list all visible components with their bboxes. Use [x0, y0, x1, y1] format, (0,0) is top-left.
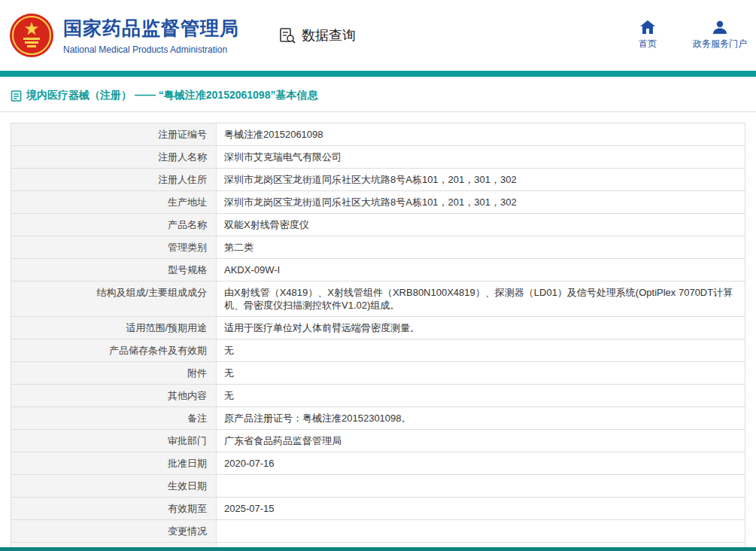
table-row: i 生效日期 — [11, 475, 745, 498]
row-label: 注册人名称 — [158, 151, 207, 163]
table-row: i 产品储存条件及有效期 无 — [11, 339, 745, 362]
table-row: i 产品名称 双能X射线骨密度仪 — [11, 214, 745, 236]
row-value: 深圳市艾克瑞电气有限公司 — [217, 146, 745, 168]
registration-table: i 注册证编号 粤械注准20152061098 i 注册人名称 深圳市艾克瑞电气… — [11, 123, 745, 551]
row-value: 无 — [217, 362, 745, 384]
row-label-cell: i 注册证编号 — [11, 123, 217, 145]
row-label: 结构及组成/主要组成成分 — [96, 286, 207, 299]
row-label: 生产地址 — [168, 196, 207, 209]
row-label: 备注 — [187, 412, 207, 425]
nav-home[interactable]: 首页 — [639, 20, 657, 50]
row-label: 产品储存条件及有效期 — [109, 344, 207, 357]
row-label-cell: i 审批部门 — [11, 430, 217, 452]
table-row: i 其他内容 无 — [11, 385, 745, 407]
row-value: 无 — [217, 385, 745, 406]
nav-portal-label: 政务服务门户 — [693, 38, 747, 50]
row-label: 附件 — [187, 367, 207, 379]
row-value: 粤械注准20152061098 — [217, 123, 745, 145]
table-row: i 有效期至 2025-07-15 — [11, 498, 745, 520]
row-label: 其他内容 — [168, 389, 207, 402]
row-label-cell: i 生产地址 — [11, 191, 217, 213]
row-label-cell: i 生效日期 — [11, 475, 217, 497]
row-label: 生效日期 — [168, 479, 207, 492]
data-query-button[interactable]: 数据查询 — [278, 26, 356, 44]
table-row: i 审批部门 广东省食品药品监督管理局 — [11, 430, 745, 452]
table-row: i 型号规格 AKDX-09W-I — [11, 259, 745, 282]
table-row: i 注册证编号 粤械注准20152061098 — [11, 123, 745, 146]
org-name-cn: 国家药品监督管理局 — [63, 16, 239, 41]
row-label-cell: i 批准日期 — [11, 452, 217, 474]
row-value: 无 — [217, 339, 745, 361]
row-label-cell: i 产品名称 — [11, 214, 217, 236]
row-label-cell: i 型号规格 — [11, 259, 217, 281]
document-icon — [11, 90, 22, 102]
title-row: 境内医疗器械（注册） —— “粤械注准20152061098”基本信息 — [0, 77, 756, 112]
row-value: 由X射线管（X4819）、X射线管组件（XRB80N100X4819）、探测器（… — [217, 282, 745, 316]
row-label-cell: i 注册人名称 — [11, 146, 217, 168]
row-value: 原产品注册证号：粤械注准20152301098。 — [217, 407, 745, 429]
org-name-en: National Medical Products Administration — [63, 44, 239, 55]
row-label: 批准日期 — [168, 457, 207, 470]
table-row: i 批准日期 2020-07-16 — [11, 452, 745, 475]
table-row: i 备注 原产品注册证号：粤械注准20152301098。 — [11, 407, 745, 430]
row-value: 双能X射线骨密度仪 — [217, 214, 745, 236]
table-row: i 适用范围/预期用途 适用于医疗单位对人体前臂远端骨密度测量。 — [11, 317, 745, 339]
row-value: 深圳市龙岗区宝龙街道同乐社区大坑路8号A栋101，201，301，302 — [217, 169, 745, 190]
table-row: i 生产地址 深圳市龙岗区宝龙街道同乐社区大坑路8号A栋101，201，301，… — [11, 191, 745, 214]
table-row: i 结构及组成/主要组成成分 由X射线管（X4819）、X射线管组件（XRB80… — [11, 282, 745, 317]
row-value: 广东省食品药品监督管理局 — [217, 430, 745, 452]
row-label: 注册证编号 — [158, 128, 207, 141]
header-divider-bar — [0, 71, 756, 77]
table-row: i 注册人住所 深圳市龙岗区宝龙街道同乐社区大坑路8号A栋101，201，301… — [11, 169, 745, 191]
table-row: i 管理类别 第二类 — [11, 236, 745, 259]
row-label: 审批部门 — [168, 434, 207, 447]
nav-portal[interactable]: 政务服务门户 — [693, 20, 747, 50]
row-label-cell: i 结构及组成/主要组成成分 — [11, 282, 217, 316]
row-value: 第二类 — [217, 236, 745, 258]
row-label: 型号规格 — [168, 263, 207, 276]
row-label-cell: i 变更情况 — [11, 520, 217, 542]
row-value — [217, 520, 745, 542]
row-label-cell: i 注册人住所 — [11, 169, 217, 190]
row-label: 注册人住所 — [158, 173, 207, 186]
row-value — [217, 475, 745, 497]
table-row: i 注册人名称 深圳市艾克瑞电气有限公司 — [11, 146, 745, 169]
row-label: 产品名称 — [168, 218, 207, 231]
document-magnifier-icon — [278, 26, 296, 44]
nav-home-label: 首页 — [639, 38, 657, 50]
header: 国家药品监督管理局 National Medical Products Admi… — [0, 0, 756, 71]
row-label-cell: i 有效期至 — [11, 498, 217, 519]
row-label-cell: i 其他内容 — [11, 385, 217, 406]
row-label-cell: i 管理类别 — [11, 236, 217, 258]
table-row: i 变更情况 — [11, 520, 745, 543]
row-label: 有效期至 — [168, 502, 207, 515]
page-title: 境内医疗器械（注册） —— “粤械注准20152061098”基本信息 — [26, 89, 317, 102]
row-label-cell: i 备注 — [11, 407, 217, 429]
row-value: 适用于医疗单位对人体前臂远端骨密度测量。 — [217, 317, 745, 339]
brand-block: 国家药品监督管理局 National Medical Products Admi… — [63, 16, 239, 55]
row-label-cell: i 附件 — [11, 362, 217, 384]
data-query-label: 数据查询 — [302, 26, 356, 44]
row-label: 适用范围/预期用途 — [126, 321, 207, 334]
row-label: 管理类别 — [168, 241, 207, 254]
person-icon — [712, 20, 727, 34]
footer-strip — [0, 547, 756, 551]
table-row: i 附件 无 — [11, 362, 745, 385]
row-label-cell: i 产品储存条件及有效期 — [11, 339, 217, 361]
national-emblem-logo[interactable] — [9, 13, 54, 58]
row-value: 2025-07-15 — [217, 498, 745, 519]
row-value: 2020-07-16 — [217, 452, 745, 474]
row-value: 深圳市龙岗区宝龙街道同乐社区大坑路8号A栋101，201，301，302 — [217, 191, 745, 213]
row-value: AKDX-09W-I — [217, 259, 745, 281]
home-icon — [640, 20, 655, 34]
row-label-cell: i 适用范围/预期用途 — [11, 317, 217, 339]
row-label: 变更情况 — [168, 525, 207, 537]
